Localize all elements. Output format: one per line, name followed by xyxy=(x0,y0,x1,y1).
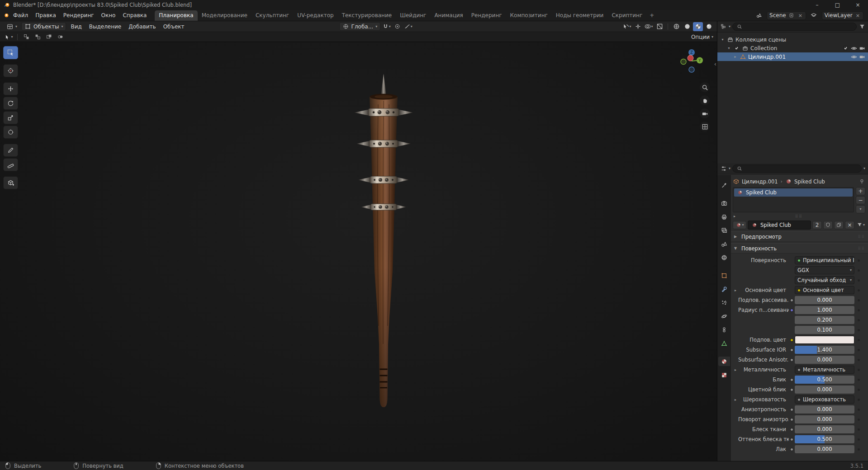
menubar-item[interactable]: Рендеринг xyxy=(60,12,98,19)
property-node-link[interactable]: Принципиальный BSDF xyxy=(795,256,854,264)
close-button[interactable]: × xyxy=(848,0,868,10)
ortho-grid-button[interactable] xyxy=(700,122,710,132)
shading-solid-button[interactable] xyxy=(682,22,692,31)
material-specials-button[interactable]: ▾ xyxy=(856,221,865,229)
transform-tool[interactable] xyxy=(3,126,18,139)
editor-visibility-button[interactable]: ▾ xyxy=(622,22,632,31)
decorator-dot[interactable] xyxy=(854,289,863,291)
decorator-dot[interactable] xyxy=(854,369,863,371)
properties-tab-object[interactable] xyxy=(718,271,730,280)
editor-properties-icon[interactable] xyxy=(720,165,727,172)
select-box-tool[interactable] xyxy=(3,46,18,59)
disclosure-arrow-icon[interactable]: ▾ xyxy=(726,46,731,50)
menubar-item[interactable]: Справка xyxy=(119,12,150,19)
decorator-dot[interactable] xyxy=(854,329,863,331)
falloff-button[interactable]: ▾ xyxy=(403,22,413,31)
new-scene-icon[interactable] xyxy=(788,12,795,19)
add-cube-tool[interactable] xyxy=(3,176,18,189)
properties-tab-view-layer[interactable] xyxy=(718,226,730,235)
decorator-dot[interactable] xyxy=(854,319,863,321)
viewlayer-selector[interactable]: ViewLayer × xyxy=(822,11,863,20)
shading-material-preview-button[interactable] xyxy=(693,22,703,31)
properties-tab-constraints[interactable] xyxy=(718,325,730,334)
decorator-dot[interactable] xyxy=(854,409,863,411)
camera-toggle-icon[interactable] xyxy=(859,45,865,52)
scene-selector[interactable]: Scene × xyxy=(767,11,806,20)
unlink-material-button[interactable]: × xyxy=(845,221,854,229)
value-field[interactable]: 0.100 xyxy=(795,326,854,334)
menubar-item[interactable]: Файл xyxy=(9,12,32,19)
color-swatch[interactable] xyxy=(795,336,854,344)
value-slider[interactable]: 0.500 xyxy=(795,376,854,384)
users-count-button[interactable]: 2 xyxy=(812,221,822,229)
workspace-tab[interactable]: Композитинг xyxy=(506,10,552,21)
preview-panel-header[interactable]: ▶ Предпросмотр ⠿⠿ xyxy=(731,231,868,242)
value-field[interactable]: 0.000 xyxy=(795,445,854,453)
outliner-row[interactable]: ▾Коллекция сцены xyxy=(717,35,868,44)
surface-panel-header[interactable]: ▼ Поверхность ⠿⠿ xyxy=(731,243,868,254)
scene-browse-icon[interactable] xyxy=(755,12,762,19)
outliner-search[interactable] xyxy=(732,23,857,31)
decorator-dot[interactable] xyxy=(854,339,863,341)
decorator-dot[interactable] xyxy=(854,399,863,401)
properties-tab-particles[interactable] xyxy=(718,298,730,307)
workspace-tab[interactable]: Планировка xyxy=(155,10,197,21)
properties-tab-scene[interactable] xyxy=(718,239,730,249)
mode-option-icon[interactable] xyxy=(55,33,65,42)
value-field[interactable]: 0.200 xyxy=(795,316,854,324)
show-gizmos-button[interactable] xyxy=(633,22,643,31)
pin-icon[interactable] xyxy=(859,178,865,185)
editor-type-button[interactable]: ▾ xyxy=(3,22,20,31)
workspace-tab[interactable]: Текстурирование xyxy=(338,10,396,21)
menubar-item[interactable]: Окно xyxy=(98,12,119,19)
workspace-tab[interactable]: Моделирование xyxy=(198,10,251,21)
decorator-dot[interactable] xyxy=(854,259,863,262)
breadcrumb-material[interactable]: Spiked Club xyxy=(794,179,825,185)
material-name-field[interactable]: Spiked Club xyxy=(748,221,811,230)
expand-arrow-icon[interactable]: ▸ xyxy=(733,398,738,402)
scale-tool[interactable] xyxy=(3,111,18,124)
properties-tab-physics[interactable] xyxy=(718,311,730,321)
slot-specials-button[interactable]: ▾ xyxy=(856,205,865,213)
decorator-dot[interactable] xyxy=(854,279,863,282)
new-material-button[interactable] xyxy=(834,221,844,229)
material-slot-row[interactable]: Spiked Club xyxy=(734,188,853,197)
value-field[interactable]: 0.000 xyxy=(795,405,854,414)
viewport-menu-item[interactable]: Добавить xyxy=(125,24,159,30)
camera-view-button[interactable] xyxy=(700,108,710,118)
pan-button[interactable] xyxy=(700,95,710,105)
add-workspace-tab[interactable]: + xyxy=(646,10,657,21)
shading-rendered-button[interactable] xyxy=(704,22,714,31)
active-tool-button[interactable]: ▾ xyxy=(4,33,14,42)
camera-toggle-icon[interactable] xyxy=(859,53,865,60)
decorator-dot[interactable] xyxy=(854,428,863,431)
remove-viewlayer-icon[interactable]: × xyxy=(855,13,861,19)
expand-arrow-icon[interactable]: ▸ xyxy=(733,288,738,292)
mode-selector[interactable]: Объекты ▾ xyxy=(21,22,66,31)
outliner-row[interactable]: ▸Цилиндр.001 xyxy=(717,52,868,61)
viewport-menu-item[interactable]: Выделение xyxy=(85,24,125,30)
outliner-search-input[interactable] xyxy=(745,24,853,30)
properties-search[interactable] xyxy=(732,164,862,173)
value-field[interactable]: 0.000 xyxy=(795,425,854,433)
add-slot-button[interactable]: + xyxy=(856,187,865,195)
workspace-tab[interactable]: Скриптинг xyxy=(607,10,646,21)
workspace-tab[interactable]: Шейдинг xyxy=(396,10,430,21)
mode-option-icon[interactable] xyxy=(33,33,43,42)
properties-tab-texture[interactable] xyxy=(718,370,730,380)
fake-user-button[interactable] xyxy=(823,221,833,229)
decorator-dot[interactable] xyxy=(854,448,863,451)
value-field[interactable]: 0.000 xyxy=(795,415,854,423)
decorator-dot[interactable] xyxy=(854,438,863,441)
browse-material-button[interactable]: ▾ xyxy=(733,221,746,229)
unlink-scene-icon[interactable]: × xyxy=(797,13,803,19)
properties-tab-object-data[interactable] xyxy=(718,338,730,348)
viewlayer-browse-icon[interactable] xyxy=(811,12,817,19)
panel-grip-icon[interactable]: ⠿⠿ xyxy=(858,235,865,239)
rotate-tool[interactable] xyxy=(3,97,18,110)
viewport-menu-item[interactable]: Вид xyxy=(67,24,85,30)
decorator-dot[interactable] xyxy=(854,389,863,391)
property-dropdown[interactable]: Случайный обход▾ xyxy=(795,276,854,284)
eye-toggle-icon[interactable] xyxy=(850,45,857,52)
workspace-tab[interactable]: Рендеринг xyxy=(467,10,506,21)
